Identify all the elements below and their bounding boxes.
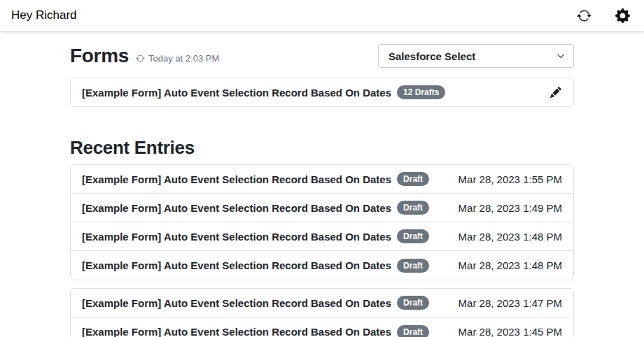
entry-name: [Example Form] Auto Event Selection Reco… — [82, 231, 391, 243]
entry-status-badge: Draft — [397, 172, 429, 186]
entry-row[interactable]: [Example Form] Auto Event Selection Reco… — [71, 317, 573, 337]
entry-timestamp: Mar 28, 2023 1:47 PM — [458, 297, 562, 309]
recent-entries-title: Recent Entries — [70, 137, 574, 158]
entries-group-1: [Example Form] Auto Event Selection Reco… — [70, 164, 574, 280]
forms-section-header: Forms Today at 2:03 PM Salesforce Select — [70, 43, 574, 69]
navbar-actions — [576, 8, 630, 23]
entry-status-badge: Draft — [397, 201, 429, 215]
forms-last-refreshed: Today at 2:03 PM — [136, 53, 219, 64]
navbar: Hey Richard — [0, 0, 644, 31]
pencil-icon — [550, 87, 561, 98]
entry-status-badge: Draft — [397, 259, 429, 273]
entry-status-badge: Draft — [397, 325, 429, 337]
gear-icon — [615, 8, 630, 23]
entry-row[interactable]: [Example Form] Auto Event Selection Reco… — [71, 251, 573, 280]
greeting-title: Hey Richard — [11, 8, 77, 22]
entry-timestamp: Mar 28, 2023 1:55 PM — [458, 173, 562, 185]
settings-button[interactable] — [615, 8, 630, 23]
edit-form-button[interactable] — [550, 86, 562, 99]
entry-row[interactable]: [Example Form] Auto Event Selection Reco… — [71, 289, 573, 317]
entry-name: [Example Form] Auto Event Selection Reco… — [82, 297, 391, 309]
entry-name: [Example Form] Auto Event Selection Reco… — [82, 259, 391, 271]
entry-row[interactable]: [Example Form] Auto Event Selection Reco… — [71, 165, 573, 194]
refresh-icon — [577, 8, 592, 23]
drafts-count-badge: 12 Drafts — [397, 85, 445, 99]
entry-name: [Example Form] Auto Event Selection Reco… — [82, 202, 391, 214]
chevron-down-icon — [556, 52, 565, 60]
entry-timestamp: Mar 28, 2023 1:45 PM — [458, 326, 562, 337]
entry-status-badge: Draft — [397, 229, 429, 243]
connector-select[interactable]: Salesforce Select — [378, 44, 574, 68]
entry-status-badge: Draft — [397, 296, 429, 310]
refresh-status-icon[interactable] — [136, 54, 145, 63]
entry-timestamp: Mar 28, 2023 1:49 PM — [458, 202, 562, 214]
entry-row[interactable]: [Example Form] Auto Event Selection Reco… — [71, 194, 573, 222]
form-name: [Example Form] Auto Event Selection Reco… — [82, 87, 391, 99]
main-content: Forms Today at 2:03 PM Salesforce Select… — [70, 31, 574, 337]
entries-group-2: [Example Form] Auto Event Selection Reco… — [70, 288, 574, 337]
refresh-button[interactable] — [576, 8, 592, 23]
entry-timestamp: Mar 28, 2023 1:48 PM — [458, 231, 562, 243]
last-refreshed-text: Today at 2:03 PM — [148, 53, 219, 64]
form-row[interactable]: [Example Form] Auto Event Selection Reco… — [71, 78, 573, 106]
connector-select-value: Salesforce Select — [388, 50, 475, 62]
entry-timestamp: Mar 28, 2023 1:48 PM — [458, 259, 562, 271]
forms-section-title: Forms — [70, 43, 129, 69]
entry-name: [Example Form] Auto Event Selection Reco… — [82, 173, 391, 185]
entry-name: [Example Form] Auto Event Selection Reco… — [82, 326, 391, 337]
entry-row[interactable]: [Example Form] Auto Event Selection Reco… — [71, 222, 573, 251]
form-card: [Example Form] Auto Event Selection Reco… — [70, 78, 574, 107]
